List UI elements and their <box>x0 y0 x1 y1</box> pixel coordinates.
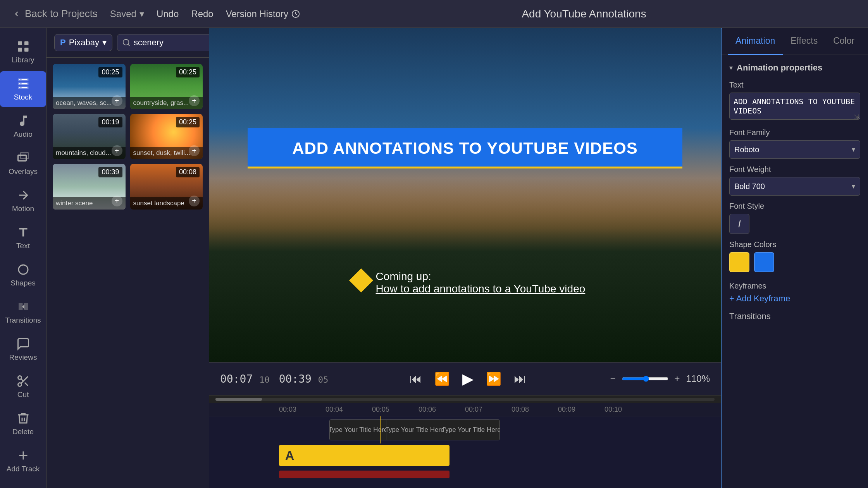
tab-effects[interactable]: Effects <box>783 28 825 55</box>
provider-selector[interactable]: P Pixabay ▾ <box>54 34 112 51</box>
title-segment[interactable]: Type Your Title Here <box>330 420 386 440</box>
coming-up-diamond-icon <box>349 268 373 292</box>
sidebar-item-library[interactable]: Library <box>0 34 46 70</box>
media-add-button[interactable]: + <box>189 196 200 206</box>
panel-section-header: ▾ Animation properties <box>729 63 860 73</box>
title-segment[interactable]: Type Your Title Here <box>443 420 499 440</box>
skip-to-end-button[interactable]: ⏭ <box>512 369 529 388</box>
coming-up-box: Coming up: How to add annotations to a Y… <box>353 270 586 295</box>
sidebar-item-reviews[interactable]: Reviews <box>0 332 46 367</box>
color-swatch-gold[interactable] <box>729 252 749 272</box>
media-grid: 00:25 ocean, waves, sc... + 00:25 countr… <box>46 58 209 216</box>
yellow-track[interactable]: A <box>279 445 450 466</box>
sidebar-item-transitions[interactable]: Transitions <box>0 294 46 330</box>
fast-forward-button[interactable]: ⏩ <box>484 369 504 388</box>
sidebar-item-shapes[interactable]: Shapes <box>0 257 46 293</box>
sidebar-item-add-track[interactable]: Add Track <box>0 443 46 479</box>
title-track[interactable]: Type Your Title Here Type Your Title Her… <box>329 419 500 440</box>
media-item[interactable]: 00:25 ocean, waves, sc... + <box>53 64 126 109</box>
svg-line-12 <box>21 379 23 381</box>
media-duration: 00:39 <box>98 167 122 177</box>
left-sidebar: Library Stock Audio Overlays Motion Text <box>0 28 46 488</box>
right-panel: Animation Effects Color ▾ Animation prop… <box>721 28 868 488</box>
font-family-select[interactable]: Roboto <box>730 141 860 158</box>
sidebar-item-motion[interactable]: Motion <box>0 183 46 218</box>
back-to-projects-button[interactable]: Back to Projects <box>12 8 98 20</box>
annotation-text: ADD ANNOTATIONS TO YOUTUBE VIDEOS <box>292 139 638 158</box>
sidebar-item-delete[interactable]: Delete <box>0 406 46 442</box>
svg-line-11 <box>24 383 28 386</box>
timeline-tracks: Type Your Title Here Type Your Title Her… <box>209 416 721 488</box>
text-prop-label: Text <box>729 81 860 89</box>
red-track[interactable] <box>279 471 450 478</box>
transport-bar: 00:07 10 00:39 05 ⏮ ⏪ ▶ ⏩ ⏭ − + 110% <box>209 362 721 395</box>
media-item[interactable]: 00:08 sunset landscape + <box>130 164 203 209</box>
skip-to-start-button[interactable]: ⏮ <box>407 369 424 388</box>
media-item[interactable]: 00:25 sunset, dusk, twili... + <box>130 114 203 159</box>
rewind-button[interactable]: ⏪ <box>432 369 452 388</box>
text-input[interactable] <box>729 93 860 120</box>
font-style-italic-button[interactable]: I <box>729 214 749 234</box>
video-canvas: ADD ANNOTATIONS TO YOUTUBE VIDEOS Coming… <box>209 28 721 362</box>
font-style-label: Font Style <box>729 202 860 211</box>
media-item[interactable]: 00:25 countryside, gras... + <box>130 64 203 109</box>
annotation-banner[interactable]: ADD ANNOTATIONS TO YOUTUBE VIDEOS <box>248 128 682 168</box>
svg-rect-4 <box>24 48 29 52</box>
version-history-button[interactable]: Version History <box>226 9 300 19</box>
svg-rect-3 <box>18 48 22 52</box>
transitions-label: Transitions <box>729 311 860 321</box>
timeline-area: 00:03 00:04 00:05 00:06 00:07 00:08 00:0… <box>209 395 721 488</box>
title-segment[interactable]: Type Your Title Here <box>386 420 443 440</box>
media-item[interactable]: 00:39 winter scene + <box>53 164 126 209</box>
tab-color[interactable]: Color <box>825 28 862 55</box>
track-content-red <box>279 471 721 481</box>
undo-button[interactable]: Undo <box>157 9 179 19</box>
media-add-button[interactable]: + <box>112 196 122 206</box>
media-add-button[interactable]: + <box>189 95 200 106</box>
add-keyframe-button[interactable]: + Add Keyframe <box>729 294 790 304</box>
svg-rect-2 <box>24 41 29 46</box>
timeline-scroll-thumb <box>215 398 262 401</box>
media-duration: 00:08 <box>176 167 200 177</box>
font-weight-select[interactable]: Bold 700 <box>730 177 860 195</box>
media-duration: 00:19 <box>98 117 122 127</box>
saved-status: Saved ▾ <box>110 9 144 19</box>
font-family-select-wrapper: Roboto ▾ <box>729 140 860 159</box>
sidebar-item-stock[interactable]: Stock <box>0 71 46 107</box>
color-swatch-blue[interactable] <box>754 252 774 272</box>
transport-controls: ⏮ ⏪ ▶ ⏩ ⏭ <box>407 368 529 390</box>
zoom-slider[interactable] <box>622 376 668 382</box>
tab-animation[interactable]: Animation <box>728 28 783 55</box>
media-panel: P Pixabay ▾ 00:25 ocean, waves, sc... + <box>46 28 209 488</box>
sidebar-item-cut[interactable]: Cut <box>0 369 46 404</box>
media-add-button[interactable]: + <box>112 145 122 156</box>
preview-area: ADD ANNOTATIONS TO YOUTUBE VIDEOS Coming… <box>209 28 721 488</box>
play-button[interactable]: ▶ <box>460 368 476 390</box>
zoom-out-button[interactable]: − <box>608 371 618 387</box>
timeline-mark: 00:07 <box>465 406 512 414</box>
keyframes-label: Keyframes <box>729 282 860 290</box>
pixabay-icon: P <box>60 38 66 48</box>
sidebar-item-audio[interactable]: Audio <box>0 108 46 144</box>
track-letter-a: A <box>285 448 294 463</box>
sidebar-item-overlays[interactable]: Overlays <box>0 146 46 181</box>
timeline-scrollbar[interactable] <box>209 395 721 403</box>
media-duration: 00:25 <box>176 67 200 77</box>
media-item[interactable]: 00:19 mountains, cloud... + <box>53 114 126 159</box>
timeline-track-row-title: Type Your Title Here Type Your Title Her… <box>209 419 721 443</box>
media-panel-header: P Pixabay ▾ <box>46 28 209 58</box>
chevron-icon: ▾ <box>729 64 733 72</box>
svg-point-15 <box>123 40 129 45</box>
main-layout: Library Stock Audio Overlays Motion Text <box>0 28 868 488</box>
coming-up-link[interactable]: How to add annotations to a YouTube vide… <box>376 283 586 295</box>
timeline-mark: 00:10 <box>604 406 651 414</box>
sidebar-item-text[interactable]: Text <box>0 220 46 256</box>
total-time-display: 00:39 05 <box>279 373 329 385</box>
redo-button[interactable]: Redo <box>191 9 213 19</box>
svg-point-9 <box>18 383 21 387</box>
zoom-in-button[interactable]: + <box>672 371 682 387</box>
saved-dropdown[interactable]: ▾ <box>140 9 144 19</box>
media-add-button[interactable]: + <box>112 95 122 106</box>
timeline-track-row-a: A <box>209 445 721 469</box>
current-time-display: 00:07 10 <box>220 373 270 385</box>
